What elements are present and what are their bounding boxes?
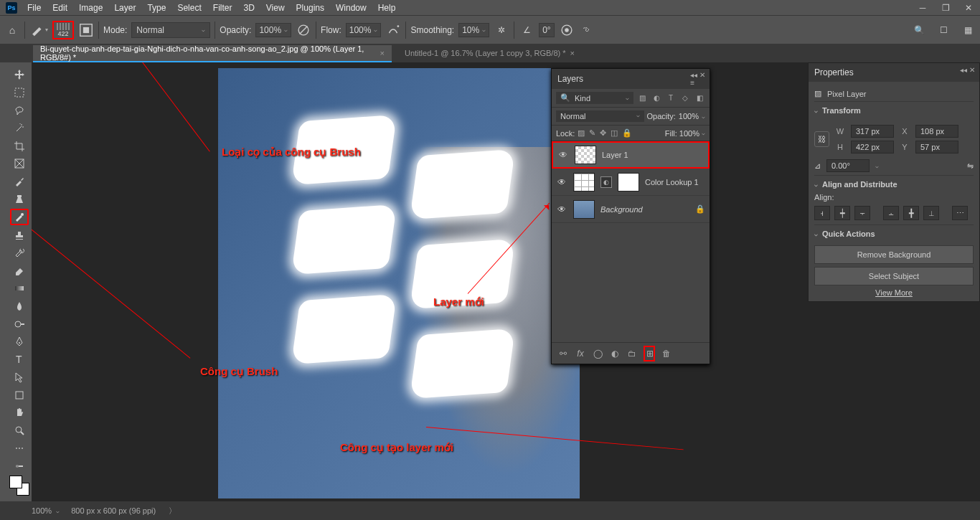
layer-row[interactable]: 👁 Layer 1 (552, 141, 710, 169)
layers-tab[interactable]: Layers (557, 74, 583, 84)
lock-artboard-icon[interactable]: ◫ (611, 128, 618, 138)
layer-blend-mode[interactable]: Normal⌵ (556, 110, 644, 122)
workspace-icon[interactable]: ▦ (960, 22, 976, 38)
lock-position-icon[interactable]: ✥ (600, 128, 606, 138)
layer-name[interactable]: Background (600, 205, 689, 214)
menu-plugins[interactable]: Plugins (291, 0, 330, 15)
window-minimize[interactable]: ─ (911, 0, 934, 15)
visibility-icon[interactable]: 👁 (557, 150, 569, 160)
smoothing-input[interactable]: 10%⌵ (458, 23, 489, 37)
lock-icon[interactable]: 🔒 (695, 204, 705, 214)
filter-type-icon[interactable]: T (665, 93, 677, 104)
menu-type[interactable]: Type (141, 0, 171, 15)
view-more-link[interactable]: View More (814, 288, 974, 297)
color-swatches[interactable] (9, 476, 29, 496)
height-input[interactable]: 422 px (851, 141, 894, 153)
window-close[interactable]: ✕ (957, 0, 980, 15)
shape-tool[interactable] (10, 387, 29, 403)
x-input[interactable]: 108 px (915, 125, 958, 138)
hand-tool[interactable] (10, 405, 29, 421)
pressure-size-icon[interactable] (559, 22, 575, 38)
history-brush-tool[interactable] (10, 245, 29, 261)
search-icon[interactable]: 🔍 (911, 22, 927, 38)
layer-name[interactable]: Color Lookup 1 (645, 178, 705, 186)
menu-file[interactable]: File (22, 0, 47, 15)
document-tab-active[interactable]: Bi-quyet-chup-anh-dep-tai-gia-Nghi-dich-… (33, 45, 392, 62)
document-canvas[interactable] (218, 68, 580, 498)
healing-tool[interactable] (10, 191, 29, 207)
flow-input[interactable]: 100%⌵ (346, 23, 382, 37)
symmetry-icon[interactable]: ఌ (579, 22, 595, 38)
align-more[interactable]: ⋯ (952, 206, 968, 220)
fill-input[interactable]: 100% (679, 129, 699, 138)
lock-pixels-icon[interactable]: ✎ (589, 128, 595, 138)
layer-thumbnail[interactable] (575, 146, 596, 164)
collapse-icon[interactable]: ◂◂ ✕≡ (690, 71, 705, 87)
align-top[interactable]: ⫠ (883, 206, 899, 220)
edit-toolbar[interactable] (10, 458, 29, 474)
new-layer-icon[interactable]: ⊞ (644, 346, 655, 361)
airbrush-icon[interactable] (385, 22, 401, 38)
pen-tool[interactable] (10, 334, 29, 350)
eraser-tool[interactable] (10, 263, 29, 279)
width-input[interactable]: 317 px (851, 125, 894, 138)
more-tools[interactable]: ⋯ (10, 440, 29, 457)
menu-window[interactable]: Window (330, 0, 372, 15)
align-vcenter[interactable]: ╋ (903, 206, 919, 220)
y-input[interactable]: 57 px (915, 141, 958, 153)
brush-tool[interactable] (10, 209, 29, 225)
document-tab-inactive[interactable]: Untitled-1 @ 16.7% (Layer 1 copy 3, RGB/… (397, 45, 582, 62)
move-tool[interactable] (10, 67, 29, 83)
remove-background-button[interactable]: Remove Background (814, 245, 974, 264)
angle-input[interactable]: 0° (539, 23, 554, 37)
tab-close-icon[interactable]: × (380, 49, 385, 57)
new-adjustment-icon[interactable]: ◐ (609, 349, 621, 359)
layer-name[interactable]: Layer 1 (602, 151, 704, 159)
menu-filter[interactable]: Filter (207, 0, 238, 15)
share-icon[interactable]: ☐ (936, 22, 951, 38)
select-subject-button[interactable]: Select Subject (814, 267, 974, 285)
crop-tool[interactable] (10, 138, 29, 154)
brush-preset-picker[interactable]: 422 (52, 21, 74, 39)
path-select-tool[interactable] (10, 369, 29, 385)
align-section[interactable]: ⌵Align and Distribute (814, 175, 974, 193)
brush-tool-preview[interactable]: ▾ (29, 22, 48, 38)
document-dimensions[interactable]: 800 px x 600 px (96 ppi)〉 (71, 506, 176, 516)
visibility-icon[interactable]: 👁 (556, 177, 567, 187)
layer-thumbnail[interactable] (573, 200, 595, 219)
menu-3d[interactable]: 3D (237, 0, 260, 15)
window-restore[interactable]: ❐ (934, 0, 957, 15)
blur-tool[interactable] (10, 298, 29, 314)
wand-tool[interactable] (10, 120, 29, 136)
align-hcenter[interactable]: ┿ (834, 206, 850, 220)
collapse-icon[interactable]: ◂◂ ✕ (960, 66, 975, 74)
new-group-icon[interactable]: 🗀 (626, 349, 638, 359)
filter-smart-icon[interactable]: ◧ (694, 93, 705, 104)
lock-transparency-icon[interactable]: ▨ (578, 128, 585, 138)
home-icon[interactable]: ⌂ (4, 24, 20, 36)
filter-shape-icon[interactable]: ◇ (679, 93, 691, 104)
delete-layer-icon[interactable]: 🗑 (661, 349, 672, 359)
menu-view[interactable]: View (260, 0, 291, 15)
layer-filter-kind[interactable]: 🔍 Kind ⌵ (556, 92, 633, 104)
zoom-tool[interactable] (10, 422, 29, 439)
mask-thumbnail[interactable] (618, 173, 639, 192)
stamp-tool[interactable] (10, 227, 29, 243)
properties-tab[interactable]: Properties ◂◂ ✕ (809, 63, 979, 82)
lasso-tool[interactable] (10, 103, 29, 119)
align-bottom[interactable]: ⟂ (923, 206, 939, 220)
layer-opacity-input[interactable]: 100% (679, 112, 699, 120)
marquee-tool[interactable] (10, 85, 29, 101)
menu-edit[interactable]: Edit (47, 0, 73, 15)
filter-pixel-icon[interactable]: ▨ (636, 93, 648, 104)
blend-mode-select[interactable]: Normal⌵ (131, 22, 210, 38)
smoothing-settings-icon[interactable]: ✲ (494, 22, 509, 38)
type-tool[interactable]: T (10, 351, 29, 368)
transform-section[interactable]: ⌵Transform (814, 101, 974, 119)
menu-help[interactable]: Help (372, 0, 402, 15)
gradient-tool[interactable] (10, 280, 29, 297)
link-layers-icon[interactable]: ⚯ (557, 349, 569, 359)
menu-select[interactable]: Select (171, 0, 207, 15)
align-right[interactable]: ⫟ (854, 206, 870, 220)
layer-fx-icon[interactable]: fx (575, 349, 586, 359)
